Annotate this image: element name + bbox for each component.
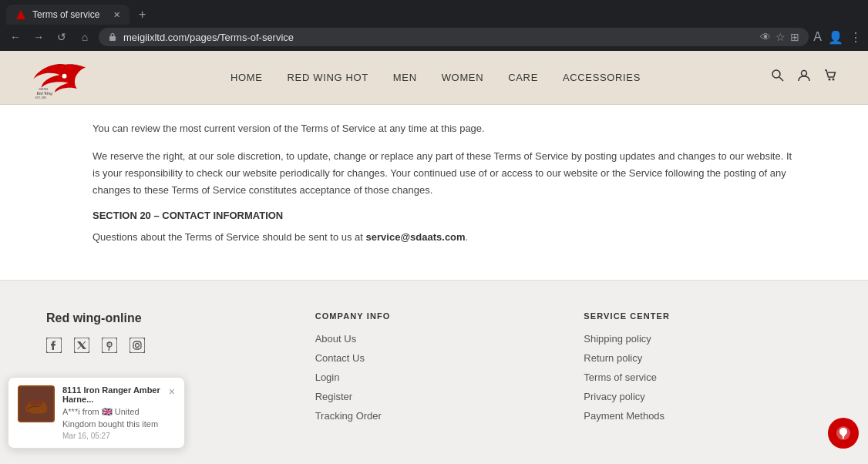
account-icon[interactable] xyxy=(797,69,811,86)
new-tab-btn[interactable]: + xyxy=(133,5,152,25)
pinterest-icon[interactable]: P xyxy=(102,338,117,357)
svg-point-19 xyxy=(136,344,140,348)
svg-line-7 xyxy=(779,77,783,81)
notification-popup: 8111 Iron Ranger Amber Harne... A***i fr… xyxy=(8,377,185,449)
address-bar-row: ← → ↺ ⌂ meigiixltd.com/pages/Terms-of-se… xyxy=(0,25,868,51)
nav-red-wing-hot[interactable]: RED WING HOT xyxy=(288,72,368,83)
support-btn[interactable] xyxy=(828,418,859,449)
footer-brand-name: Red wing-online xyxy=(46,311,284,325)
svg-point-8 xyxy=(801,71,806,76)
profile-icon[interactable]: 👤 xyxy=(828,30,843,45)
svg-text:EST. 1905: EST. 1905 xyxy=(35,96,46,99)
logo-svg: Red Wing SHOES EST. 1905 xyxy=(31,56,100,99)
site-header: Red Wing SHOES EST. 1905 HOME RED WING H… xyxy=(0,51,868,105)
svg-text:P: P xyxy=(108,341,112,348)
svg-point-20 xyxy=(140,342,141,344)
profile-icon-a[interactable]: A xyxy=(813,30,822,44)
return-policy-link[interactable]: Return policy xyxy=(584,352,822,364)
notification-content: 8111 Iron Ranger Amber Harne... A***i fr… xyxy=(62,385,161,440)
more-options-icon[interactable]: ⋮ xyxy=(849,30,862,45)
svg-rect-22 xyxy=(30,399,42,405)
login-link[interactable]: Login xyxy=(315,372,553,383)
footer-bottom: USD ▼ xyxy=(0,460,868,464)
logo-area[interactable]: Red Wing SHOES EST. 1905 xyxy=(31,56,100,99)
svg-rect-1 xyxy=(109,36,116,41)
main-content: You can review the most current version … xyxy=(0,105,868,280)
forward-btn[interactable]: → xyxy=(29,28,48,46)
notif-desc-prefix: A***i from xyxy=(62,407,99,416)
address-icons: 👁 ☆ ⊞ xyxy=(760,31,799,43)
privacy-link[interactable]: Privacy policy xyxy=(584,391,822,402)
para2: We reserve the right, at our sole discre… xyxy=(93,148,799,199)
contact-text-before: Questions about the Terms of Service sho… xyxy=(93,231,366,243)
bookmark-icon[interactable]: ☆ xyxy=(775,31,786,43)
url-text: meigiixltd.com/pages/Terms-of-service xyxy=(123,32,754,43)
svg-point-9 xyxy=(828,79,830,81)
extension-icon[interactable]: ⊞ xyxy=(790,31,799,43)
contact-text-after: . xyxy=(466,231,469,243)
contact-us-link[interactable]: Contact Us xyxy=(315,352,553,364)
tab-title: Terms of service xyxy=(32,9,107,20)
tab-favicon xyxy=(15,9,26,20)
social-icons: P xyxy=(46,338,284,357)
back-btn[interactable]: ← xyxy=(6,28,25,46)
nav-women[interactable]: WOMEN xyxy=(442,72,484,83)
svg-point-2 xyxy=(62,74,67,79)
payment-link[interactable]: Payment Methods xyxy=(584,410,822,422)
terms-link[interactable]: Terms of service xyxy=(584,372,822,383)
home-btn[interactable]: ⌂ xyxy=(76,28,94,46)
notification-product-image xyxy=(18,385,55,422)
notification-desc: A***i from 🇬🇧 United Kingdom bought this… xyxy=(62,406,161,430)
tab-bar: Terms of service ✕ + xyxy=(0,0,868,25)
shipping-policy-link[interactable]: Shipping policy xyxy=(584,333,822,345)
notif-action: bought this item xyxy=(98,419,158,429)
instagram-icon[interactable] xyxy=(130,338,145,357)
contact-info-text: Questions about the Terms of Service sho… xyxy=(93,229,799,246)
cart-icon[interactable] xyxy=(823,69,837,86)
nav-menu: HOME RED WING HOT MEN WOMEN CARE ACCESSO… xyxy=(230,72,641,83)
notification-time: Mar 16, 05:27 xyxy=(62,432,161,440)
nav-home[interactable]: HOME xyxy=(230,72,263,83)
footer-company-col: COMPANY INFO About Us Contact Us Login R… xyxy=(315,311,553,429)
reload-btn[interactable]: ↺ xyxy=(52,28,71,46)
para1: You can review the most current version … xyxy=(93,120,799,137)
no-track-icon: 👁 xyxy=(760,31,771,43)
contact-email[interactable]: service@sdaats.com xyxy=(366,231,466,243)
tracking-link[interactable]: Tracking Order xyxy=(315,410,553,422)
service-col-title: SERVICE CENTER xyxy=(584,311,822,321)
section-heading: SECTION 20 – CONTACT INFORMATION xyxy=(93,210,799,221)
twitter-icon[interactable] xyxy=(74,338,89,357)
nav-men[interactable]: MEN xyxy=(393,72,417,83)
notification-close-btn[interactable]: × xyxy=(169,385,175,398)
notif-flag: 🇬🇧 xyxy=(102,407,115,416)
svg-point-6 xyxy=(772,70,780,78)
browser-chrome: Terms of service ✕ + ← → ↺ ⌂ meigiixltd.… xyxy=(0,0,868,51)
lock-icon xyxy=(108,32,117,42)
nav-accessories[interactable]: ACCESSORIES xyxy=(563,72,641,83)
nav-care[interactable]: CARE xyxy=(508,72,538,83)
tab-close-btn[interactable]: ✕ xyxy=(113,10,120,20)
about-us-link[interactable]: About Us xyxy=(315,333,553,345)
register-link[interactable]: Register xyxy=(315,391,553,402)
address-bar[interactable]: meigiixltd.com/pages/Terms-of-service 👁 … xyxy=(99,28,809,46)
svg-text:SHOES: SHOES xyxy=(39,88,49,91)
svg-point-10 xyxy=(832,79,834,81)
svg-rect-17 xyxy=(130,338,145,353)
header-icons xyxy=(771,69,837,86)
notification-title: 8111 Iron Ranger Amber Harne... xyxy=(62,385,161,404)
active-tab[interactable]: Terms of service ✕ xyxy=(6,5,130,25)
svg-text:Red Wing: Red Wing xyxy=(36,91,53,96)
svg-marker-0 xyxy=(16,10,25,19)
chrome-toolbar-icons: A 👤 ⋮ xyxy=(813,30,862,45)
footer-service-col: SERVICE CENTER Shipping policy Return po… xyxy=(584,311,822,429)
facebook-icon[interactable] xyxy=(46,338,62,357)
company-col-title: COMPANY INFO xyxy=(315,311,553,321)
search-icon[interactable] xyxy=(771,69,785,86)
